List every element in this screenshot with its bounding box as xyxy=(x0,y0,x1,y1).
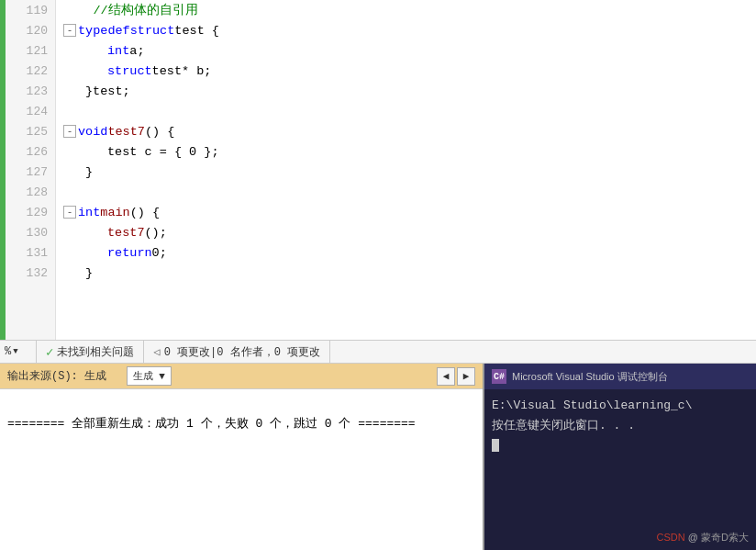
bottom-panel: 输出来源(S): 生成 生成 ▼ ◀ ▶ ======== 全部重新生成：成功 … xyxy=(0,364,756,550)
output-line-empty xyxy=(7,393,475,413)
console-title: Microsoft Visual Studio 调试控制台 xyxy=(512,370,668,384)
output-panel: 输出来源(S): 生成 生成 ▼ ◀ ▶ ======== 全部重新生成：成功 … xyxy=(0,364,484,550)
line-number: 125 xyxy=(6,121,55,141)
output-content: ======== 全部重新生成：成功 1 个，失败 0 个，跳过 0 个 ===… xyxy=(0,389,483,550)
line-number: 122 xyxy=(6,61,55,81)
code-line[interactable]: struct test* b; xyxy=(56,61,756,81)
next-output-button[interactable]: ▶ xyxy=(457,367,475,386)
zoom-value: % xyxy=(5,345,11,358)
line-number: 132 xyxy=(6,263,55,283)
zoom-dropdown-icon[interactable]: ▼ xyxy=(13,347,17,356)
watermark: CSDN @ 蒙奇D索大 xyxy=(657,531,749,544)
changes-arrow-icon: ◁ xyxy=(153,345,160,359)
status-bar: % ▼ ✓ 未找到相关问题 ◁ 0 项更改|0 名作者，0 项更改 xyxy=(0,340,756,364)
watermark-sep: @ xyxy=(688,532,698,543)
code-line[interactable]: int a; xyxy=(56,40,756,61)
line-number: 124 xyxy=(6,101,55,121)
output-source-label: 输出来源(S): 生成 生成 ▼ xyxy=(7,366,433,386)
changes-label: 0 项更改|0 名作者，0 项更改 xyxy=(164,344,320,360)
line-number: 131 xyxy=(6,242,55,263)
code-line[interactable]: }test; xyxy=(56,81,756,101)
code-line[interactable]: //结构体的自引用 xyxy=(56,0,756,20)
no-issues-status[interactable]: ✓ 未找到相关问题 xyxy=(37,341,144,363)
zoom-percent[interactable]: % ▼ xyxy=(0,341,37,363)
output-nav-arrows: ◀ ▶ xyxy=(437,367,475,386)
console-content: E:\Visual Studio\learning_c\ 按任意键关闭此窗口. … xyxy=(484,389,756,550)
output-header: 输出来源(S): 生成 生成 ▼ ◀ ▶ xyxy=(0,364,483,389)
code-line[interactable]: return 0; xyxy=(56,242,756,263)
output-source-dropdown[interactable]: 生成 ▼ xyxy=(127,366,172,386)
code-line[interactable]: -void test7() { xyxy=(56,121,756,141)
code-content-panel[interactable]: //结构体的自引用-typedef struct test {int a;str… xyxy=(56,0,756,340)
console-cursor-line xyxy=(492,435,749,455)
code-line[interactable]: } xyxy=(56,263,756,283)
console-prompt-line: 按任意键关闭此窗口. . . xyxy=(492,415,749,435)
prev-output-button[interactable]: ◀ xyxy=(437,367,455,386)
vs-logo: C# xyxy=(492,369,506,384)
changes-status[interactable]: ◁ 0 项更改|0 名作者，0 项更改 xyxy=(144,341,330,363)
line-numbers-panel: 1191201211221231241251261271281291301311… xyxy=(6,0,56,340)
line-number: 119 xyxy=(6,0,55,20)
code-line[interactable]: -typedef struct test { xyxy=(56,20,756,40)
line-number: 130 xyxy=(6,222,55,242)
output-build-result: ======== 全部重新生成：成功 1 个，失败 0 个，跳过 0 个 ===… xyxy=(7,413,475,433)
code-line[interactable]: test7(); xyxy=(56,222,756,242)
line-number: 121 xyxy=(6,40,55,61)
line-number: 123 xyxy=(6,81,55,101)
code-line[interactable] xyxy=(56,101,756,121)
line-number: 120 xyxy=(6,20,55,40)
no-issues-label: 未找到相关问题 xyxy=(57,344,134,360)
console-header: C# Microsoft Visual Studio 调试控制台 xyxy=(484,364,756,389)
code-line[interactable] xyxy=(56,182,756,202)
line-number: 126 xyxy=(6,141,55,162)
console-panel: C# Microsoft Visual Studio 调试控制台 E:\Visu… xyxy=(484,364,756,550)
code-editor: 1191201211221231241251261271281291301311… xyxy=(0,0,756,340)
code-line[interactable]: } xyxy=(56,162,756,182)
console-path-line: E:\Visual Studio\learning_c\ xyxy=(492,395,749,415)
line-number: 129 xyxy=(6,202,55,222)
code-line[interactable]: -int main() { xyxy=(56,202,756,222)
check-icon: ✓ xyxy=(46,344,53,360)
line-number: 128 xyxy=(6,182,55,202)
console-cursor xyxy=(492,439,499,452)
code-line[interactable]: test c = { 0 }; xyxy=(56,141,756,162)
line-number: 127 xyxy=(6,162,55,182)
